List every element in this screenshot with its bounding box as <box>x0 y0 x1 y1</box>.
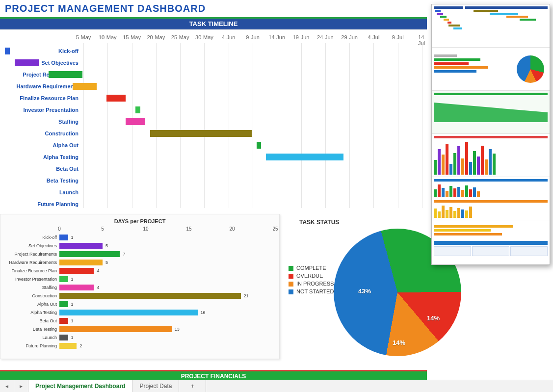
dpp-row-label: Beta Out <box>5 317 57 325</box>
dpp-value: 1 <box>71 300 74 308</box>
dpp-value: 4 <box>97 267 99 275</box>
dpp-value: 1 <box>71 275 74 283</box>
gantt-bar <box>73 83 97 90</box>
sheet-tabs: ◂ ▸ Project Management Dashboard Project… <box>0 380 553 392</box>
legend-label: IN PROGRESS <box>296 281 334 287</box>
dpp-bar <box>59 260 103 265</box>
gantt-row-label: Staffing <box>5 116 79 128</box>
dpp-row-label: Investor Presentation <box>5 275 57 283</box>
gantt-row-label: Investor Presentation <box>5 104 79 116</box>
dpp-tick: 20 <box>229 226 235 232</box>
gantt-bar <box>126 118 145 125</box>
dpp-row-label: Future Planning <box>5 342 57 350</box>
gantt-bar <box>15 59 39 66</box>
dpp-value: 16 <box>201 309 206 316</box>
dpp-row-label: Launch <box>5 334 57 341</box>
tab-add[interactable]: + <box>179 380 206 392</box>
dpp-value: 2 <box>79 342 82 350</box>
gantt-bar <box>266 154 343 160</box>
gantt-tick: 9-Jun <box>246 34 260 40</box>
gantt-bar <box>135 106 140 113</box>
gantt-row-label: Construction <box>5 128 79 139</box>
dpp-row-label: Kick-off <box>5 234 57 241</box>
legend-swatch <box>289 274 293 279</box>
dpp-bar <box>59 243 103 249</box>
legend-swatch <box>289 289 293 294</box>
gantt-tick: 10-May <box>99 34 117 40</box>
dpp-bar <box>59 268 94 274</box>
dpp-bar <box>59 310 198 315</box>
dpp-tick: 5 <box>101 226 104 232</box>
timeline-banner: TASK TIMELINE <box>0 17 427 29</box>
dpp-row-label: Finalize Resource Plan <box>5 267 57 275</box>
dpp-value: 1 <box>71 317 74 325</box>
pie-slice-label: 43% <box>358 287 371 295</box>
gantt-tick: 15-May <box>123 34 141 40</box>
gantt-row-label: Alpha Out <box>5 139 79 151</box>
dpp-bar <box>59 318 68 324</box>
status-title: TASK STATUS <box>299 219 339 226</box>
dpp-bar <box>59 293 241 299</box>
dpp-tick: 0 <box>58 226 61 232</box>
gantt-row-label: Beta Out <box>5 163 79 175</box>
legend-label: NOT STARTED <box>296 288 334 294</box>
gantt-tick: 29-Jun <box>341 34 358 40</box>
gantt-tick: 4-Jul <box>368 34 380 40</box>
dpp-row-label: Alpha Testing <box>5 309 57 316</box>
dpp-row-label: Construction <box>5 292 57 300</box>
days-per-project-chart: DAYS per PROJECT 0510152025Kick-off1Set … <box>0 214 280 359</box>
gantt-tick: 20-May <box>147 34 165 40</box>
dpp-value: 7 <box>123 250 125 258</box>
dpp-tick: 10 <box>143 226 148 232</box>
gantt-row-label: Hardware Requirements <box>5 80 79 92</box>
thumbnail-overview-panel[interactable] <box>431 4 550 265</box>
gantt-row-label: Finalize Resource Plan <box>5 92 79 104</box>
gantt-row-label: Beta Testing <box>5 175 79 186</box>
dpp-row-label: Beta Testing <box>5 325 57 333</box>
dpp-row-label: Hardware Requirements <box>5 259 57 266</box>
dpp-value: 5 <box>105 242 108 250</box>
gantt-bar <box>5 48 10 54</box>
legend-swatch <box>289 282 293 287</box>
thumb-column1[interactable] <box>432 134 550 177</box>
gantt-bar <box>106 95 126 102</box>
gantt-tick: 4-Jun <box>222 34 236 40</box>
legend-label: OVERDUE <box>296 273 323 279</box>
dpp-bar <box>59 301 68 307</box>
legend-swatch <box>289 266 293 271</box>
gantt-tick: 9-Jul <box>392 34 404 40</box>
dpp-value: 1 <box>71 334 74 341</box>
gantt-tick: 5-May <box>76 34 91 40</box>
dpp-bar <box>59 285 94 290</box>
svg-marker-0 <box>434 103 548 122</box>
tab-project-data[interactable]: Project Data <box>132 380 179 392</box>
dpp-tick: 25 <box>272 226 278 232</box>
thumb-resources[interactable] <box>432 91 550 134</box>
dpp-row-label: Alpha Out <box>5 300 57 308</box>
gantt-row-label: Kick-off <box>5 45 79 57</box>
thumb-column2[interactable] <box>432 177 550 220</box>
legend-item: OVERDUE <box>289 273 334 279</box>
pie-slice-label: 14% <box>393 339 405 346</box>
tab-nav-next[interactable]: ▸ <box>14 380 28 392</box>
dpp-bar <box>59 343 77 349</box>
thumb-budget[interactable] <box>432 220 550 264</box>
thumb-gantt[interactable] <box>432 4 550 48</box>
dpp-bar <box>59 326 172 332</box>
dpp-title: DAYS per PROJECT <box>5 218 274 224</box>
tab-nav-prev[interactable]: ◂ <box>0 380 14 392</box>
dpp-value: 5 <box>105 259 108 266</box>
gantt-chart: 5-May10-May15-May20-May25-May30-May4-Jun… <box>0 29 427 211</box>
thumb-status[interactable] <box>432 48 550 91</box>
dpp-value: 21 <box>244 292 249 300</box>
gantt-bar <box>257 142 262 149</box>
dpp-value: 1 <box>71 234 74 241</box>
gantt-row-label: Future Planning <box>5 198 79 210</box>
dpp-bar <box>59 335 68 340</box>
legend-item: COMPLETE <box>289 265 334 271</box>
gantt-row-label: Launch <box>5 186 79 198</box>
tab-dashboard[interactable]: Project Management Dashboard <box>28 380 132 392</box>
legend-item: NOT STARTED <box>289 288 334 294</box>
gantt-bar <box>150 130 252 137</box>
dpp-bar <box>59 276 68 282</box>
